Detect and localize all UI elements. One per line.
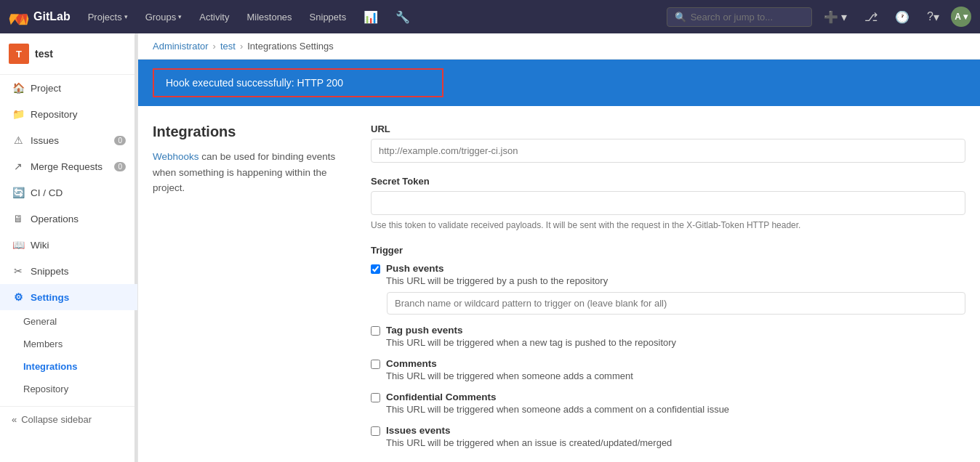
secret-token-label: Secret Token	[371, 176, 965, 187]
sidebar-item-settings[interactable]: ⚙ Settings	[0, 284, 137, 310]
nav-snippets[interactable]: Snippets	[304, 0, 353, 33]
sidebar-item-project[interactable]: 🏠 Project	[0, 75, 137, 101]
projects-chevron-icon: ▾	[124, 13, 128, 20]
breadcrumb-sep-2: ›	[240, 41, 243, 52]
sidebar-sub-integrations[interactable]: Integrations	[0, 355, 137, 378]
webhooks-link[interactable]: Webhooks	[153, 151, 199, 162]
main-content: Administrator › test › Integrations Sett…	[138, 33, 980, 462]
issues-events-checkbox[interactable]	[371, 426, 380, 436]
tag-push-events-checkbox[interactable]	[371, 326, 380, 336]
sidebar-item-merge-requests[interactable]: ↗ Merge Requests 0	[0, 153, 137, 179]
success-banner-message: Hook executed successfully: HTTP 200	[153, 68, 443, 97]
comments-desc: This URL will be triggered when someone …	[386, 370, 633, 381]
brand-name: GitLab	[33, 10, 71, 23]
breadcrumb-sep-1: ›	[213, 41, 216, 52]
page-layout: T test 🏠 Project 📁 Repository ⚠ Issues 0…	[0, 33, 980, 462]
sidebar-sub-repository[interactable]: Repository	[0, 378, 137, 400]
nav-activity[interactable]: Activity	[193, 0, 235, 33]
user-avatar[interactable]: A ▾	[951, 7, 971, 27]
snippets-icon: ✂	[12, 265, 25, 277]
repository-icon: 📁	[12, 108, 25, 120]
search-input[interactable]	[691, 12, 792, 23]
sidebar-item-wiki[interactable]: 📖 Wiki	[0, 232, 137, 258]
sidebar-user-avatar: T	[9, 44, 29, 64]
sidebar-item-repository[interactable]: 📁 Repository	[0, 101, 137, 127]
nav-wrench-icon[interactable]: 🔧	[390, 0, 416, 33]
page-description: Webhooks can be used for binding events …	[153, 149, 342, 196]
url-input[interactable]	[371, 139, 965, 163]
form-column: URL Secret Token Use this token to valid…	[371, 123, 965, 458]
trigger-comments: Comments This URL will be triggered when…	[371, 358, 965, 381]
issues-badge: 0	[114, 136, 126, 145]
nav-help-icon[interactable]: ? ▾	[921, 0, 945, 33]
sidebar-sub-general[interactable]: General	[0, 310, 137, 333]
trigger-issues-events: Issues events This URL will be triggered…	[371, 425, 965, 448]
trigger-section: Trigger Push events This URL will be tri…	[371, 245, 965, 448]
top-navbar: GitLab Projects ▾ Groups ▾ Activity Mile…	[0, 0, 980, 33]
nav-projects[interactable]: Projects ▾	[82, 0, 134, 33]
push-events-branch-input[interactable]	[387, 292, 965, 315]
secret-token-input[interactable]	[371, 191, 965, 215]
issues-events-label: Issues events	[386, 425, 672, 436]
merge-requests-badge: 0	[114, 162, 126, 171]
issues-icon: ⚠	[12, 134, 25, 146]
collapse-sidebar-button[interactable]: « Collapse sidebar	[0, 406, 137, 432]
url-label: URL	[371, 123, 965, 134]
comments-label: Comments	[386, 358, 633, 369]
trigger-tag-push-events: Tag push events This URL will be trigger…	[371, 325, 965, 348]
breadcrumb-current: Integrations Settings	[247, 41, 334, 52]
description-column: Integrations Webhooks can be used for bi…	[153, 123, 342, 458]
breadcrumb-project[interactable]: test	[220, 41, 236, 52]
push-events-label: Push events	[386, 263, 608, 274]
collapse-icon: «	[12, 414, 17, 425]
breadcrumb-admin[interactable]: Administrator	[153, 41, 209, 52]
groups-chevron-icon: ▾	[178, 13, 182, 20]
sidebar-user: T test	[0, 33, 137, 75]
brand-logo[interactable]: GitLab	[9, 7, 71, 27]
comments-checkbox[interactable]	[371, 360, 380, 369]
nav-chart-icon[interactable]: 📊	[358, 0, 384, 33]
trigger-issues-row: Issues events This URL will be triggered…	[371, 425, 965, 448]
search-icon: 🔍	[675, 12, 686, 23]
sidebar-item-operations[interactable]: 🖥 Operations	[0, 206, 137, 232]
page-body: Integrations Webhooks can be used for bi…	[138, 106, 980, 462]
sidebar-sub-members[interactable]: Members	[0, 333, 137, 355]
nav-clock-icon[interactable]: 🕐	[889, 0, 915, 33]
push-events-desc: This URL will be triggered by a push to …	[386, 275, 608, 286]
trigger-push-row: Push events This URL will be triggered b…	[371, 263, 965, 286]
page-title: Integrations	[153, 123, 342, 140]
trigger-comments-row: Comments This URL will be triggered when…	[371, 358, 965, 381]
trigger-confidential-row: Confidential Comments This URL will be t…	[371, 392, 965, 415]
sidebar: T test 🏠 Project 📁 Repository ⚠ Issues 0…	[0, 33, 138, 462]
settings-icon: ⚙	[12, 291, 25, 303]
nav-groups[interactable]: Groups ▾	[140, 0, 188, 33]
confidential-comments-desc: This URL will be triggered when someone …	[386, 404, 729, 415]
push-events-checkbox[interactable]	[371, 264, 380, 274]
trigger-push-events: Push events This URL will be triggered b…	[371, 263, 965, 315]
secret-token-field-group: Secret Token Use this token to validate …	[371, 176, 965, 232]
sidebar-item-ci-cd[interactable]: 🔄 CI / CD	[0, 179, 137, 206]
confidential-comments-checkbox[interactable]	[371, 393, 380, 402]
trigger-tag-push-row: Tag push events This URL will be trigger…	[371, 325, 965, 348]
project-icon: 🏠	[12, 82, 25, 94]
confidential-comments-label: Confidential Comments	[386, 392, 729, 402]
issues-events-desc: This URL will be triggered when an issue…	[386, 437, 672, 448]
nav-milestones[interactable]: Milestones	[241, 0, 297, 33]
url-field-group: URL	[371, 123, 965, 163]
search-box[interactable]: 🔍	[667, 7, 812, 27]
nav-plus-icon[interactable]: ➕ ▾	[818, 0, 853, 33]
breadcrumb: Administrator › test › Integrations Sett…	[138, 33, 980, 60]
merge-requests-icon: ↗	[12, 161, 25, 172]
operations-icon: 🖥	[12, 213, 25, 224]
ci-cd-icon: 🔄	[12, 187, 25, 198]
secret-token-hint: Use this token to validate received payl…	[371, 219, 965, 232]
wiki-icon: 📖	[12, 239, 25, 251]
sidebar-user-name: test	[35, 48, 53, 60]
trigger-confidential-comments: Confidential Comments This URL will be t…	[371, 392, 965, 415]
tag-push-events-desc: This URL will be triggered when a new ta…	[386, 337, 676, 348]
nav-commits-icon[interactable]: ⎇	[859, 0, 883, 33]
success-banner: Hook executed successfully: HTTP 200	[138, 60, 980, 106]
tag-push-events-label: Tag push events	[386, 325, 676, 336]
sidebar-item-issues[interactable]: ⚠ Issues 0	[0, 127, 137, 153]
sidebar-item-snippets[interactable]: ✂ Snippets	[0, 258, 137, 284]
